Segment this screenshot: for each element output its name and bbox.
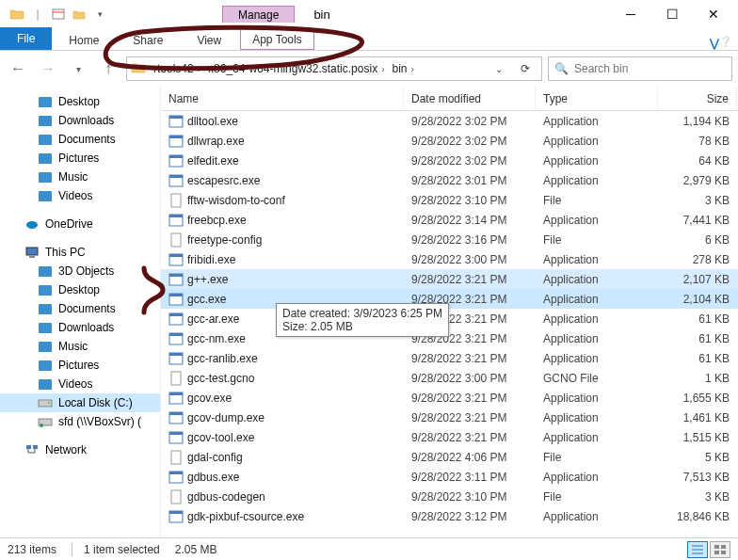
breadcrumb: x86_64-w64-mingw32.static.posix› (206, 62, 390, 75)
svg-rect-60 (169, 472, 183, 474)
column-size[interactable]: Size (658, 87, 737, 110)
nav-item[interactable]: sfd (\\VBoxSvr) ( (0, 412, 160, 431)
ribbon-help-icon[interactable]: ⋁❔ (704, 37, 738, 50)
file-row[interactable]: dllwrap.exe 9/28/2022 3:02 PM Applicatio… (161, 131, 738, 151)
file-row[interactable]: fribidi.exe 9/28/2022 3:00 PM Applicatio… (161, 249, 738, 269)
file-row[interactable]: gdal-config 9/28/2022 4:06 PM File 5 KB (161, 447, 738, 467)
file-date: 9/28/2022 3:21 PM (404, 273, 536, 286)
downloads-icon (38, 320, 53, 335)
file-row[interactable]: gcc-ar.exe 9/28/2022 3:21 PM Application… (161, 309, 738, 328)
nav-item[interactable]: Videos (0, 186, 160, 205)
svg-rect-44 (169, 294, 183, 296)
breadcrumb-bar[interactable]: rtools42› x86_64-w64-mingw32.static.posi… (126, 56, 542, 81)
nav-item[interactable]: Desktop (0, 280, 160, 299)
file-row[interactable]: gdk-pixbuf-csource.exe 9/28/2022 3:12 PM… (161, 506, 738, 526)
file-date: 9/28/2022 3:10 PM (404, 194, 536, 207)
file-row[interactable]: gcov-dump.exe 9/28/2022 3:21 PM Applicat… (161, 408, 738, 427)
up-button[interactable]: ↑ (96, 56, 120, 81)
file-row[interactable]: escapesrc.exe 9/28/2022 3:01 PM Applicat… (161, 170, 738, 190)
tab-home[interactable]: Home (52, 30, 116, 50)
nav-pane: DesktopDownloadsDocumentsPicturesMusicVi… (0, 87, 160, 537)
nav-item[interactable]: OneDrive (0, 215, 160, 233)
maximize-button[interactable]: ☐ (651, 0, 693, 28)
svg-rect-13 (39, 304, 52, 314)
new-folder-icon[interactable] (70, 5, 88, 24)
address-dropdown-icon[interactable]: ⌄ (487, 59, 511, 78)
tab-share[interactable]: Share (116, 30, 180, 50)
file-row[interactable]: fftw-wisdom-to-conf 9/28/2022 3:10 PM Fi… (161, 190, 738, 210)
nav-item[interactable]: Documents (0, 299, 160, 318)
file-type: Application (536, 214, 658, 227)
search-input[interactable] (574, 62, 726, 75)
minimize-button[interactable]: ─ (610, 0, 651, 28)
nav-item[interactable]: Videos (0, 375, 160, 393)
file-name: g++.exe (187, 273, 228, 286)
file-row[interactable]: elfedit.exe 9/28/2022 3:02 PM Applicatio… (161, 151, 738, 170)
chevron-right-icon[interactable]: › (377, 64, 388, 74)
view-icons-button[interactable] (710, 541, 730, 558)
nav-item[interactable]: Pictures (0, 356, 160, 375)
file-row[interactable]: gcov-tool.exe 9/28/2022 3:21 PM Applicat… (161, 427, 738, 447)
nav-item[interactable]: Downloads (0, 111, 160, 130)
back-button[interactable]: ← (6, 56, 30, 81)
nav-item[interactable]: Local Disk (C:) (0, 393, 160, 412)
svg-rect-57 (169, 432, 183, 435)
file-row[interactable]: gdbus-codegen 9/28/2022 3:10 PM File 3 K… (161, 487, 738, 506)
tooltip-line: Size: 2.05 MB (282, 320, 442, 333)
3d-icon (38, 264, 53, 279)
svg-rect-67 (714, 545, 719, 549)
column-type[interactable]: Type (536, 87, 658, 110)
column-name[interactable]: Name (161, 87, 404, 110)
nav-label: Desktop (58, 95, 100, 108)
svg-rect-51 (171, 372, 181, 385)
file-row[interactable]: gcc-test.gcno 9/28/2022 3:00 PM GCNO Fil… (161, 368, 738, 388)
nav-item[interactable]: Music (0, 337, 160, 356)
nav-item[interactable]: Pictures (0, 149, 160, 168)
svg-rect-2 (39, 97, 52, 107)
breadcrumb: rtools42› (152, 62, 206, 75)
tab-file[interactable]: File (0, 27, 52, 50)
file-row[interactable]: g++.exe 9/28/2022 3:21 PM Application 2,… (161, 269, 738, 289)
properties-icon[interactable] (49, 5, 68, 24)
file-icon (168, 193, 184, 208)
chevron-right-icon[interactable]: › (408, 64, 418, 74)
chevron-right-icon[interactable]: › (194, 64, 204, 74)
address-bar: ← → ▾ ↑ rtools42› x86_64-w64-mingw32.sta… (0, 51, 738, 87)
file-row[interactable]: dlltool.exe 9/28/2022 3:02 PM Applicatio… (161, 111, 738, 131)
column-date[interactable]: Date modified (404, 87, 536, 110)
file-row[interactable]: gcc-ranlib.exe 9/28/2022 3:21 PM Applica… (161, 348, 738, 368)
nav-item[interactable]: This PC (0, 243, 160, 262)
nav-item[interactable]: Downloads (0, 318, 160, 337)
nav-item[interactable]: Documents (0, 130, 160, 149)
qat-dropdown-icon[interactable]: ▾ (90, 5, 109, 24)
nav-item[interactable]: 3D Objects (0, 262, 160, 280)
forward-button[interactable]: → (36, 56, 60, 81)
file-name: fftw-wisdom-to-conf (187, 194, 285, 207)
ribbon-context-group: Manage (222, 6, 295, 23)
search-box[interactable]: 🔍 (548, 56, 732, 81)
file-row[interactable]: freebcp.exe 9/28/2022 3:14 PM Applicatio… (161, 210, 738, 230)
nav-label: Desktop (58, 283, 100, 296)
file-row[interactable]: gcc.exe 9/28/2022 3:21 PM Application 2,… (161, 289, 738, 309)
view-details-button[interactable] (687, 541, 708, 558)
file-row[interactable]: freetype-config 9/28/2022 3:16 PM File 6… (161, 230, 738, 249)
file-type: Application (536, 174, 658, 187)
recent-dropdown-icon[interactable]: ▾ (66, 56, 90, 81)
refresh-button[interactable]: ⟳ (513, 59, 537, 78)
file-icon (168, 410, 184, 425)
file-name: fribidi.exe (187, 253, 235, 266)
tab-app-tools[interactable]: App Tools (240, 30, 313, 50)
file-name: dlltool.exe (187, 115, 238, 128)
file-row[interactable]: gcov.exe 9/28/2022 3:21 PM Application 1… (161, 388, 738, 408)
nav-item[interactable]: Music (0, 168, 160, 186)
nav-label: Downloads (58, 114, 114, 127)
svg-rect-30 (169, 136, 183, 138)
svg-rect-23 (33, 445, 38, 449)
tab-view[interactable]: View (180, 30, 238, 50)
file-type: Application (536, 154, 658, 168)
nav-item[interactable]: Desktop (0, 92, 160, 111)
file-row[interactable]: gdbus.exe 9/28/2022 3:11 PM Application … (161, 467, 738, 487)
nav-item[interactable]: Network (0, 440, 160, 459)
close-button[interactable]: ✕ (693, 0, 734, 28)
file-row[interactable]: gcc-nm.exe 9/28/2022 3:21 PM Application… (161, 328, 738, 348)
